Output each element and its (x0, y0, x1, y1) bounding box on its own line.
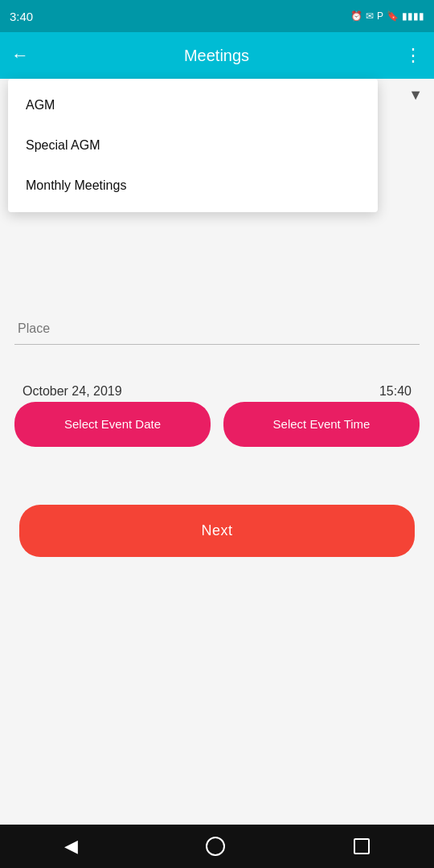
p-icon: P (377, 10, 383, 22)
status-time: 3:40 (10, 10, 33, 23)
nav-square-icon (354, 838, 370, 854)
battery-icon: ▮▮▮▮ (402, 10, 424, 22)
bookmark-icon: 🔖 (387, 10, 399, 22)
place-input[interactable] (18, 321, 416, 336)
time-display: 15:40 (379, 384, 411, 399)
nav-bar: ◀ (0, 825, 434, 868)
nav-home-circle-icon (206, 837, 225, 856)
next-button-row: Next (19, 505, 415, 557)
dropdown-item-monthly-meetings[interactable]: Monthly Meetings (8, 166, 378, 206)
dropdown-item-agm[interactable]: AGM (8, 85, 378, 125)
dropdown-arrow-icon: ▼ (408, 87, 423, 104)
status-bar: 3:40 ⏰ ✉ P 🔖 ▮▮▮▮ (0, 0, 434, 32)
back-button[interactable]: ← (11, 45, 29, 66)
datetime-row: October 24, 2019 15:40 (14, 384, 420, 399)
next-button[interactable]: Next (19, 505, 415, 557)
event-buttons-row: Select Event Date Select Event Time (14, 402, 420, 447)
page-title: Meetings (43, 47, 390, 65)
place-row (14, 313, 420, 345)
select-event-time-button[interactable]: Select Event Time (223, 402, 420, 447)
alarm-icon: ⏰ (350, 10, 362, 22)
nav-recents-button[interactable] (354, 838, 370, 854)
date-display: October 24, 2019 (23, 384, 122, 399)
status-icons: ⏰ ✉ P 🔖 ▮▮▮▮ (350, 10, 424, 22)
mail-icon: ✉ (366, 10, 374, 22)
nav-back-button[interactable]: ◀ (64, 836, 78, 857)
nav-back-icon: ◀ (64, 836, 78, 857)
app-bar: ← Meetings ⋮ (0, 32, 434, 79)
dropdown-item-special-agm[interactable]: Special AGM (8, 125, 378, 166)
meeting-type-dropdown: AGM Special AGM Monthly Meetings (8, 79, 378, 212)
select-event-date-button[interactable]: Select Event Date (14, 402, 211, 447)
more-button[interactable]: ⋮ (404, 45, 423, 66)
nav-home-button[interactable] (206, 837, 225, 856)
